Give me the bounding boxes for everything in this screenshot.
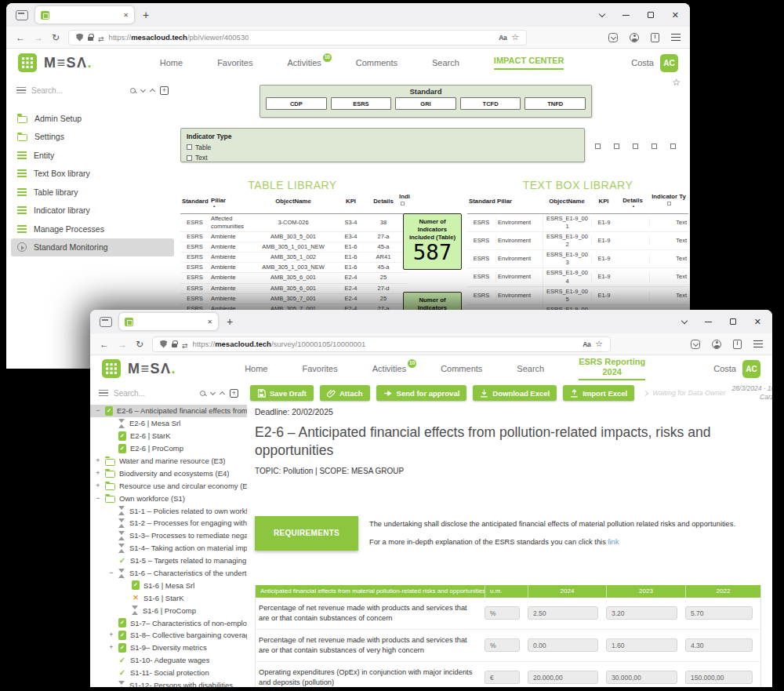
tree-item[interactable]: S1-6 | StarK bbox=[90, 591, 247, 604]
value-2023-input[interactable]: 30.000,00 bbox=[606, 671, 677, 684]
tree-expander-icon[interactable] bbox=[95, 495, 101, 502]
favorite-star-icon[interactable] bbox=[672, 77, 681, 88]
value-2024-input[interactable]: 20.000,00 bbox=[528, 671, 598, 684]
table-row[interactable]: ESRS Affected communities 3-COM-026 S3-4… bbox=[180, 214, 407, 232]
translate-icon[interactable] bbox=[583, 340, 590, 348]
value-2022-input[interactable]: 4.30 bbox=[685, 638, 753, 652]
firefox-view-icon[interactable] bbox=[100, 317, 112, 327]
tab-close-icon[interactable] bbox=[123, 12, 129, 19]
address-bar[interactable]: https://mesacloud.tech/pbiViewer/400530 bbox=[68, 30, 527, 45]
um-input[interactable]: % bbox=[485, 606, 520, 620]
sidebar-item[interactable]: Text Box library bbox=[11, 165, 174, 184]
save-draft-button[interactable]: Save Draft bbox=[250, 385, 314, 401]
sidebar-search-input[interactable]: Search... bbox=[31, 86, 125, 95]
nav-activities[interactable]: Activities10 bbox=[287, 58, 321, 68]
tree-item[interactable]: Biodiversity and ecosystems (E4) bbox=[90, 467, 247, 479]
tree-item[interactable]: S1-7– Characteristics of non-employee wo… bbox=[90, 616, 247, 629]
nav-comments[interactable]: Comments bbox=[441, 364, 482, 374]
sidebar-item[interactable]: Table library bbox=[11, 183, 174, 202]
mesa-grid-logo-icon[interactable] bbox=[102, 359, 121, 378]
table-row[interactable]: ESRS Ambiente AMB_305_6_001 E2-4 25 bbox=[180, 273, 407, 283]
filter-checkbox-option[interactable] bbox=[652, 131, 660, 163]
pocket-icon[interactable] bbox=[691, 340, 700, 349]
standard-button[interactable]: GRI bbox=[395, 97, 456, 110]
tree-item[interactable]: E2-6 | StarK bbox=[90, 430, 247, 442]
tree-item[interactable]: E2-6 | ProComp bbox=[90, 442, 247, 455]
expand-all-icon[interactable] bbox=[160, 86, 169, 95]
extensions-icon[interactable] bbox=[733, 340, 742, 349]
close-button[interactable] bbox=[754, 317, 761, 327]
checkbox-icon[interactable] bbox=[652, 144, 657, 149]
filter-checkbox-option[interactable]: Text bbox=[187, 154, 579, 162]
table-row[interactable]: ESRS Environment ESRS_E1-9_003 E1-9 Text bbox=[467, 250, 688, 268]
tree-expander-icon[interactable] bbox=[108, 631, 114, 638]
sidebar-menu-icon[interactable] bbox=[16, 87, 26, 93]
tree-expander-icon[interactable] bbox=[108, 569, 114, 576]
tree-item[interactable]: Water and marine resource (E3) bbox=[90, 455, 247, 467]
table-row[interactable]: ESRS Environment ESRS_E1-9_005 E1-9 Text bbox=[467, 287, 688, 305]
tree-item[interactable]: E2-6 | Mesa Srl bbox=[90, 417, 247, 430]
back-icon[interactable] bbox=[100, 340, 109, 349]
tree-item[interactable]: S1-11- Social protection bbox=[90, 667, 247, 679]
bookmark-star-icon[interactable] bbox=[511, 32, 519, 42]
value-2024-input[interactable]: 0.00 bbox=[528, 638, 598, 652]
back-icon[interactable] bbox=[16, 33, 25, 42]
table-row[interactable]: ESRS Ambiente AMB_305_1_002 E1-6 AR41 bbox=[180, 253, 407, 263]
filter-checkbox-option[interactable] bbox=[633, 131, 641, 163]
attach-button[interactable]: Attach bbox=[320, 385, 370, 401]
firefox-view-icon[interactable] bbox=[16, 10, 28, 20]
sidebar-item[interactable]: Manage Processes bbox=[11, 220, 174, 238]
search-icon[interactable] bbox=[200, 391, 205, 396]
value-2022-input[interactable]: 5.70 bbox=[685, 606, 753, 620]
account-icon[interactable] bbox=[630, 33, 639, 42]
table-row[interactable]: ESRS Ambiente AMB_303_5_001 E3-4 27-a bbox=[180, 232, 407, 242]
checkbox-icon[interactable] bbox=[187, 144, 192, 150]
checkbox-icon[interactable] bbox=[670, 144, 676, 149]
nav-esrs-reporting[interactable]: ESRS Reporting2024 bbox=[579, 357, 645, 380]
tree-item[interactable]: E2-6 – Anticipated financial effects fro… bbox=[90, 405, 247, 417]
translate-icon[interactable] bbox=[499, 34, 506, 42]
filter-checkbox-option[interactable] bbox=[595, 131, 604, 163]
tree-expander-icon[interactable] bbox=[95, 470, 101, 477]
tree-item[interactable]: Resource use and circular economy (E5) bbox=[90, 479, 247, 492]
sidebar-item[interactable]: Admin Setup bbox=[11, 109, 174, 128]
nav-search[interactable]: Search bbox=[517, 364, 544, 374]
expand-all-icon[interactable] bbox=[230, 389, 238, 398]
tab-list-dropdown-icon[interactable] bbox=[599, 10, 605, 16]
tree-item[interactable]: S1-1 – Policies related to own workforce bbox=[90, 504, 247, 517]
standard-button[interactable]: TCFD bbox=[460, 97, 521, 110]
nav-comments[interactable]: Comments bbox=[356, 58, 397, 68]
send-for-approval-button[interactable]: Send for approval bbox=[376, 385, 467, 401]
nav-favorites[interactable]: Favorites bbox=[302, 364, 337, 374]
nav-home[interactable]: Home bbox=[160, 58, 183, 68]
browser-tab[interactable] bbox=[119, 313, 218, 330]
tree-item[interactable]: S1-4– Taking action on material impacts … bbox=[90, 542, 247, 555]
value-2022-input[interactable]: 150.000,00 bbox=[685, 671, 753, 684]
tree-expander-icon[interactable] bbox=[108, 644, 114, 651]
avatar[interactable]: AC bbox=[660, 54, 678, 72]
checkbox-icon[interactable] bbox=[614, 144, 619, 149]
standard-button[interactable]: CDP bbox=[266, 97, 327, 110]
restore-button[interactable] bbox=[648, 12, 654, 18]
minimize-button[interactable] bbox=[705, 322, 712, 322]
checkbox-icon[interactable] bbox=[633, 144, 638, 149]
import-excel-button[interactable]: Import Excel bbox=[563, 385, 634, 401]
tree-item[interactable]: S1-3– Processes to remediate negative im… bbox=[90, 529, 247, 542]
tab-list-dropdown-icon[interactable] bbox=[681, 317, 688, 323]
chevron-down-icon[interactable] bbox=[140, 86, 146, 92]
account-icon[interactable] bbox=[712, 340, 721, 349]
tree-item[interactable]: S1-12- Persons with disabilities bbox=[90, 679, 247, 687]
pocket-icon[interactable] bbox=[608, 33, 618, 42]
address-bar[interactable]: https://mesacloud.tech/survey/10000105/1… bbox=[152, 336, 611, 352]
menu-icon[interactable] bbox=[671, 34, 681, 41]
chevron-up-icon[interactable] bbox=[150, 88, 155, 93]
shield-icon[interactable] bbox=[160, 340, 167, 348]
filter-checkbox-option[interactable] bbox=[670, 131, 679, 163]
tree-item[interactable]: S1-6 – Characteristics of the undertakin… bbox=[90, 567, 247, 580]
tree-expander-icon[interactable] bbox=[95, 482, 101, 489]
tree-item[interactable]: S1-5 – Targets related to managing mater… bbox=[90, 555, 247, 567]
filter-checkbox-option[interactable]: Table bbox=[187, 144, 579, 151]
sidebar-search-input[interactable]: Search... bbox=[114, 389, 194, 398]
bookmark-star-icon[interactable] bbox=[595, 339, 603, 349]
standard-button[interactable]: ESRS bbox=[331, 97, 392, 110]
